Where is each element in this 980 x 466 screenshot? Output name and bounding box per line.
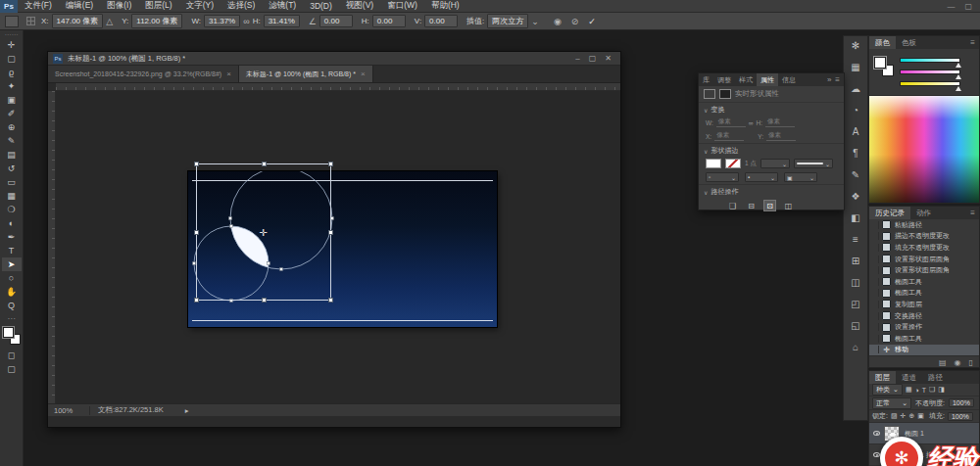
slider-handle[interactable] [956,63,961,68]
history-item[interactable]: 设置操作 [869,321,979,333]
status-expand-arrow[interactable]: ▸ [185,406,189,415]
handle-bottom-center[interactable] [262,298,267,303]
new-snapshot-icon[interactable]: ◉ [955,358,961,367]
slider-handle[interactable] [956,74,961,79]
h-skew-field[interactable]: 0.00 [372,15,406,27]
history-item[interactable]: 复制图层 [869,299,979,310]
handle-bottom-right[interactable] [328,298,333,303]
doc-minimize-icon[interactable]: – [575,54,579,63]
layer-visibility-eye-icon[interactable] [873,452,880,457]
foreground-color-swatch[interactable] [3,327,14,338]
shape-y-field[interactable]: 像素 [766,131,796,141]
panel-menu-icon[interactable]: ≡ [970,36,979,49]
history-item[interactable]: 描边不透明度更改 [869,231,979,243]
intersect-shape-areas-icon[interactable]: ⊡ [763,200,776,211]
shape-x-field[interactable]: 像素 [714,131,744,141]
delete-state-icon[interactable]: ▯ [969,358,973,367]
chevron-down-icon[interactable]: ∨ [704,107,708,114]
hue-cube-spectrum[interactable] [869,95,979,203]
v-skew-field[interactable]: 0.00 [424,15,458,27]
tab-close-icon[interactable]: × [361,70,366,78]
tab-styles[interactable]: 样式 [735,73,757,86]
history-source-checkbox[interactable] [871,289,879,297]
combine-shapes-icon[interactable]: ❑ [726,200,739,211]
tab-adjustments[interactable]: 调整 [713,73,735,86]
tab-layers[interactable]: 图层 [869,371,896,384]
panel-icon-clouds[interactable]: ☁ [851,84,860,94]
gradient-tool[interactable]: ▦ [2,189,22,203]
tool-preset-icon[interactable] [5,16,19,27]
tab-info[interactable]: 信息 [778,73,800,86]
panel-icon-paragraph[interactable]: ¶ [853,149,858,159]
document-title-bar[interactable]: Ps 未标题-1 @ 100% (椭圆 1, RGB/8) * – ▢ ✕ [48,52,620,66]
history-item[interactable]: 椭圆工具 [869,333,979,345]
menu-image[interactable]: 图像(I) [100,0,138,12]
menu-edit[interactable]: 编辑(E) [59,0,100,12]
stroke-type-dropdown[interactable]: ⌄ [794,159,833,168]
filter-kind-dropdown[interactable]: 种类⌄ [872,384,903,396]
eyedropper-tool[interactable]: ✐ [2,107,22,120]
tab-properties[interactable]: 属性 [757,73,778,86]
link-dimensions-icon[interactable]: ∞ [749,119,754,126]
panel-icon-flower[interactable]: ✻ [852,41,859,51]
menu-help[interactable]: 帮助(H) [424,0,466,12]
y-position-field[interactable]: 112.00 像素 [131,14,182,28]
panel-icon-brush[interactable]: ✎ [852,170,859,180]
panel-icon-character[interactable]: A [853,127,859,137]
interpolation-dropdown[interactable]: 两次立方 [487,14,528,28]
history-brush-tool[interactable]: ↺ [2,162,22,175]
filter-shape-icon[interactable]: ❏ [929,386,935,394]
crop-tool[interactable]: ▣ [2,93,22,107]
panel-icon-adjustments[interactable]: ◧ [851,213,859,223]
panel-menu-icon[interactable]: ≡ [835,75,840,84]
menu-type[interactable]: 文字(Y) [179,0,220,12]
brush-tool[interactable]: ✎ [2,134,22,148]
slider-handle[interactable] [956,86,961,91]
path-selection-tool[interactable]: ➤ [2,257,22,271]
quick-select-tool[interactable]: ✦ [2,79,22,93]
stroke-cap-dropdown[interactable]: ▪⌄ [745,172,778,182]
panel-icon-timeline[interactable]: ◰ [851,300,859,309]
tab-paths[interactable]: 路径 [922,371,949,384]
relative-position-icon[interactable]: △ [106,17,113,26]
history-item-selected[interactable]: ✛移动 [869,345,979,356]
panel-icon-info[interactable]: ⊞ [852,256,859,266]
marquee-tool[interactable]: ▢ [2,52,22,66]
foreground-color-swatch[interactable] [874,57,886,69]
quick-mask-icon[interactable]: ◻ [2,349,22,362]
horizontal-ruler[interactable] [56,83,620,91]
chevron-down-icon[interactable]: ∨ [704,189,708,196]
panel-icon-notes[interactable]: ◱ [851,321,859,331]
menu-file[interactable]: 文件(F) [18,0,59,12]
lasso-tool[interactable]: ϱ [2,66,22,79]
filter-type-icon[interactable]: T [922,387,926,394]
commit-transform-icon[interactable]: ✓ [588,17,596,26]
history-source-checkbox[interactable] [871,323,879,331]
new-doc-from-state-icon[interactable]: ▤ [939,358,947,367]
fill-color-swatch[interactable] [706,159,721,168]
history-source-checkbox[interactable] [871,301,879,308]
history-source-checkbox[interactable] [871,312,879,320]
stroke-width-value[interactable]: 1 点 [745,160,757,168]
stroke-color-swatch[interactable] [725,159,741,168]
eraser-tool[interactable]: ▭ [2,175,22,189]
lock-position-icon[interactable]: ✛ [901,412,906,420]
history-item[interactable]: 椭圆工具 [869,288,979,300]
dodge-tool[interactable]: ◐ [2,216,22,230]
zoom-level-field[interactable]: 100% [48,406,81,415]
panel-icon-grid[interactable]: ▦ [851,63,859,72]
collapse-panel-icon[interactable]: » [827,75,831,84]
handle-top-right[interactable] [328,162,333,166]
reference-point-widget[interactable] [26,17,35,25]
filter-pixel-icon[interactable]: ▦ [906,386,912,394]
shape-width-field[interactable]: 像素 [716,117,746,127]
app-restore-icon[interactable]: ▢ [964,2,972,11]
screen-mode-icon[interactable]: ▢ [2,362,22,376]
tab-close-icon[interactable]: × [226,70,231,78]
fill-field[interactable]: 100% [948,412,973,421]
panel-icon-menu[interactable]: ≡ [853,235,858,245]
cancel-transform-icon[interactable]: ⊘ [571,17,579,26]
width-field[interactable]: 31.37% [204,15,240,27]
tab-history[interactable]: 历史记录 [869,207,910,219]
tab-libraries[interactable]: 库 [699,73,713,86]
